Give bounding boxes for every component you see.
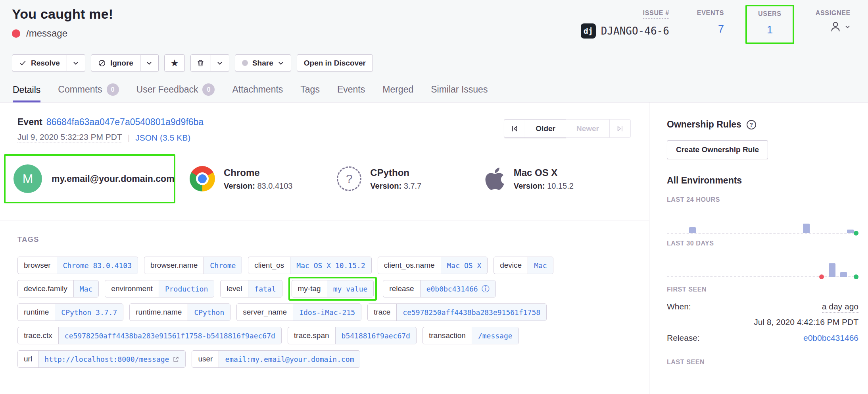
stat-users-highlighted: USERS 1 [745,5,794,44]
ignore-button[interactable]: Ignore [91,54,140,71]
tab-merged[interactable]: Merged [382,83,413,102]
tab-attachments[interactable]: Attachments [232,83,283,102]
stat-events: EVENTS 7 [697,10,724,35]
tags-heading: TAGS [17,236,632,244]
culprit-row: /message [12,28,113,39]
ban-icon [98,59,106,67]
ownership-rules-title: Ownership Rules [667,119,741,130]
project-badge-icon: dj [581,23,596,39]
culprit-path: /message [26,28,67,39]
user-feedback-count-badge: 0 [202,83,215,96]
event-pagination: Older Newer [504,119,631,143]
tag-trace-span[interactable]: trace.spanb5418816f9aec67d [288,327,417,344]
oldest-event-button[interactable] [504,119,525,138]
issue-sidebar: Ownership Rules ? Create Ownership Rule … [649,102,868,394]
unknown-runtime-icon: ? [337,166,361,191]
users-count[interactable]: 1 [767,24,773,36]
os-version: 10.15.2 [547,182,574,190]
tag-environment[interactable]: environmentProduction [105,280,214,297]
event-id-link[interactable]: 86684fa63aa047e7a0540801a9d9f6ba [46,117,204,127]
tag-device-family[interactable]: device.familyMac [17,280,99,297]
tag-my-tag[interactable]: my-tagmy value [292,280,374,297]
runtime-name: CPython [370,167,421,178]
tab-comments[interactable]: Comments0 [58,83,119,102]
events-label: EVENTS [697,10,724,17]
tag-browser-name[interactable]: browser.nameChrome [144,257,242,274]
tag-level[interactable]: levelfatal [220,280,282,297]
delete-dropdown-button[interactable] [211,54,229,71]
tags-section: TAGS browserChrome 83.0.4103 browser.nam… [0,220,649,389]
first-seen-date: Jul 8, 2020 4:42:16 PM PDT [667,317,858,327]
create-ownership-rule-button[interactable]: Create Ownership Rule [667,140,768,159]
tag-release[interactable]: releasee0b0bc431466ⓘ [383,280,495,297]
users-label: USERS [758,10,782,17]
user-email: my.email@your.domain.com [52,174,175,184]
issue-tabs: Details Comments0 User Feedback0 Attachm… [12,83,851,102]
last-24-hours-label: LAST 24 HOURS [667,196,858,203]
release-label: Release: [667,333,700,343]
tab-tags[interactable]: Tags [300,83,320,102]
tag-runtime-name[interactable]: runtime.nameCPython [129,303,230,321]
tag-server-name[interactable]: server_nameIdos-iMac-215 [236,303,361,321]
sparkline-30d [667,247,858,282]
tag-browser[interactable]: browserChrome 83.0.4103 [17,257,138,274]
tag-url[interactable]: urlhttp://localhost:8000/message [17,350,186,368]
last-30-days-label: LAST 30 DAYS [667,240,858,247]
external-link-icon[interactable] [173,356,179,363]
stat-assignee: ASSIGNEE [816,10,851,33]
ignore-dropdown-button[interactable] [140,54,159,71]
tag-client-os[interactable]: client_osMac OS X 10.15.2 [248,257,371,274]
release-link[interactable]: e0b0bc431466 [803,333,858,343]
when-label: When: [667,302,691,311]
resolve-dropdown-button[interactable] [67,54,85,71]
skip-to-latest-icon [616,124,624,133]
browser-version: 83.0.4103 [257,182,292,190]
divider: | [128,133,130,143]
tab-user-feedback[interactable]: User Feedback0 [136,83,215,102]
skip-to-latest-button [609,119,631,138]
event-timestamp: Jul 9, 2020 5:32:23 PM PDT [17,132,122,143]
chevron-down-icon [845,24,851,30]
bookmark-star-button[interactable]: ★ [164,54,185,71]
user-avatar: M [13,164,42,193]
event-details-panel: Event86684fa63aa047e7a0540801a9d9f6ba Ju… [0,102,649,394]
browser-context-card: Chrome Version: 83.0.4103 [190,166,337,191]
tab-events[interactable]: Events [337,83,365,102]
share-status-dot-icon [242,60,248,66]
event-json-link[interactable]: JSON (3.5 KB) [135,133,190,143]
trash-icon [196,59,205,67]
tag-trace-ctx[interactable]: trace.ctxce5978250aff4438ba283e91561f175… [17,327,282,344]
tag-client-os-name[interactable]: client_os.nameMac OS X [378,257,488,274]
tab-details[interactable]: Details [13,83,40,102]
first-seen-label: FIRST SEEN [667,286,858,293]
open-in-discover-button[interactable]: Open in Discover [297,54,373,71]
older-event-button[interactable]: Older [525,119,566,138]
user-context-card-highlighted: M my.email@your.domain.com [4,154,175,203]
apple-icon [484,166,505,191]
comments-count-badge: 0 [107,83,119,96]
share-button[interactable]: Share [235,54,291,71]
browser-name: Chrome [224,167,292,178]
tag-user[interactable]: useremail:my.email@your.domain.com [192,350,360,368]
newer-event-button: Newer [566,119,610,138]
os-name: Mac OS X [514,167,574,178]
tag-trace[interactable]: tracece5978250aff4438ba283e91561f1758 [367,303,547,321]
resolve-button[interactable]: Resolve [12,54,67,71]
help-icon[interactable]: ? [747,120,756,129]
tag-transaction[interactable]: transaction/message [422,327,519,344]
tag-device[interactable]: deviceMac [494,257,553,274]
star-icon: ★ [170,58,179,68]
chevron-down-icon [73,60,79,66]
assignee-dropdown[interactable] [830,21,851,33]
page-title: You caught me! [12,6,113,22]
tab-similar-issues[interactable]: Similar Issues [431,83,488,102]
tag-my-tag-highlighted: my-tagmy value [288,277,377,301]
events-count[interactable]: 7 [718,23,724,35]
last-seen-label: LAST SEEN [667,359,858,366]
delete-button[interactable] [190,54,211,71]
runtime-version: 3.7.7 [404,182,421,190]
stat-issue-number: ISSUE # dj DJANGO-46-6 [581,10,669,39]
assignee-label: ASSIGNEE [816,10,851,17]
chevron-down-icon [278,60,284,66]
tag-runtime[interactable]: runtimeCPython 3.7.7 [17,303,123,321]
